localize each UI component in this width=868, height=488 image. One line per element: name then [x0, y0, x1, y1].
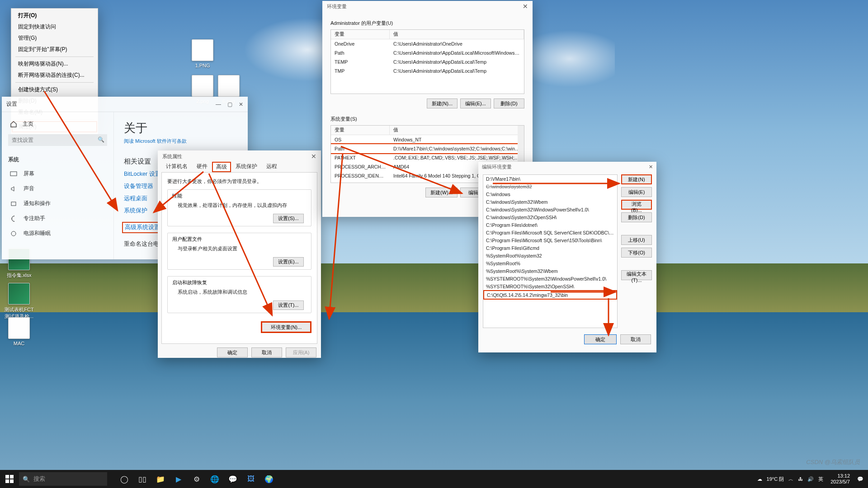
svg-point-2	[11, 231, 16, 236]
list-item[interactable]: C:\Program Files\Git\cmd	[483, 244, 617, 252]
list-item[interactable]: %SYSTEMROOT%\System32\WindowsPowerShell\…	[483, 275, 617, 282]
table-row[interactable]: TEMPC:\Users\Administrator\AppData\Local…	[331, 57, 524, 66]
close-icon[interactable]: ✕	[239, 101, 243, 108]
nav-notifications[interactable]: 通知和操作	[8, 196, 107, 211]
taskbar-search[interactable]: 🔍搜索	[19, 472, 107, 486]
list-item[interactable]: D:\VMare17\bin\	[483, 175, 617, 183]
license-link[interactable]: 阅读 Microsoft 软件许可条款	[124, 138, 187, 144]
maximize-icon[interactable]: ▢	[227, 101, 232, 108]
settings-icon[interactable]: ⚙	[188, 470, 206, 488]
file-xlsx-2[interactable]: 测试表机FCT 测试项及检...	[4, 283, 34, 320]
user-delete-button[interactable]: 删除(D)	[494, 99, 524, 108]
nav-focus[interactable]: 专注助手	[8, 211, 107, 226]
edit-button[interactable]: 编辑(E)	[621, 187, 652, 197]
photos-icon[interactable]: 🖼	[242, 470, 260, 488]
user-vars-list[interactable]: 变量值 OneDriveC:\Users\Administrator\OneDr…	[330, 29, 524, 94]
ctx-create-shortcut[interactable]: 创建快捷方式(S)	[12, 84, 97, 95]
ctx-map-drive[interactable]: 映射网络驱动器(N)...	[12, 58, 97, 70]
table-row[interactable]: OSWindows_NT	[331, 135, 524, 144]
close-icon[interactable]: ✕	[649, 164, 653, 170]
list-item[interactable]: %SYSTEMROOT%\System32\OpenSSH\	[483, 282, 617, 290]
sys-new-button[interactable]: 新建(W)...	[425, 188, 458, 197]
perf-settings-button[interactable]: 设置(S)...	[273, 214, 304, 223]
file-mac[interactable]: MAC	[4, 317, 34, 346]
edit-text-button[interactable]: 编辑文本(T)...	[621, 270, 652, 280]
env-vars-button[interactable]: 环境变量(N)...	[261, 321, 311, 333]
path-list[interactable]: D:\VMare17\bin\C:\windows\system32C:\win…	[483, 174, 618, 328]
cortana-icon[interactable]: ◯	[115, 470, 133, 488]
user-new-button[interactable]: 新建(N)...	[427, 99, 458, 108]
table-row[interactable]: TMPC:\Users\Administrator\AppData\Local\…	[331, 66, 524, 75]
ok-button[interactable]: 确定	[584, 334, 617, 344]
minimize-icon[interactable]: —	[216, 101, 221, 108]
ime-icon[interactable]: 英	[818, 476, 823, 483]
up-button[interactable]: 上移(U)	[621, 235, 652, 245]
chevron-up-icon[interactable]: ︿	[788, 476, 793, 483]
ok-button[interactable]: 确定	[217, 347, 248, 357]
chrome-icon[interactable]: 🌐	[206, 470, 224, 488]
notifications-icon[interactable]: 💬	[857, 476, 863, 482]
list-item[interactable]: %SystemRoot%\system32	[483, 252, 617, 259]
clock[interactable]: 13:12 2023/5/7	[828, 473, 853, 485]
admin-note: 要进行大多更改，你必须作为管理员登录。	[167, 178, 311, 185]
table-row[interactable]: PathD:\VMare17\bin\;C:\windows\system32;…	[330, 143, 524, 154]
delete-button[interactable]: 删除(D)	[621, 212, 652, 222]
list-item[interactable]: C:\windows\system32	[483, 183, 617, 190]
list-item[interactable]: C:\Program Files\Microsoft SQL Server\Cl…	[483, 229, 617, 236]
list-item[interactable]: C:\windows\System32\WindowsPowerShell\v1…	[483, 206, 617, 213]
taskbar: 🔍搜索 ◯ ▯▯ 📁 ▶ ⚙ 🌐 💬 🖼 🌍 ☁ 19°C 阴 ︿ 🖧 🔊 英 …	[0, 470, 868, 488]
close-icon[interactable]: ✕	[311, 153, 316, 160]
nav-sound[interactable]: 声音	[8, 181, 107, 196]
list-item[interactable]: %SystemRoot%\System32\Wbem	[483, 267, 617, 275]
table-row[interactable]: PathC:\Users\Administrator\AppData\Local…	[331, 48, 524, 57]
table-row[interactable]: OneDriveC:\Users\Administrator\OneDrive	[331, 39, 524, 48]
nav-power[interactable]: 电源和睡眠	[8, 226, 107, 241]
list-item[interactable]: C:\Program Files\Microsoft SQL Server\15…	[483, 236, 617, 244]
settings-search[interactable]: 🔍	[8, 134, 107, 146]
nav-display[interactable]: 屏幕	[8, 166, 107, 181]
profile-settings-button[interactable]: 设置(E)...	[273, 257, 304, 267]
settings-home[interactable]: 主页	[10, 120, 107, 128]
tab-protect[interactable]: 系统保护	[231, 161, 262, 172]
weather-text[interactable]: 19°C 阴	[767, 476, 784, 483]
cancel-button[interactable]: 取消	[620, 334, 651, 344]
explorer-icon[interactable]: 📁	[151, 470, 170, 488]
user-edit-button[interactable]: 编辑(E)...	[460, 99, 491, 108]
network-icon[interactable]: 🖧	[798, 476, 803, 482]
ctx-open[interactable]: 打开(O)	[12, 10, 97, 21]
ctx-pin-quick[interactable]: 固定到快速访问	[12, 21, 97, 33]
weather-icon[interactable]: ☁	[757, 476, 762, 482]
sys-vars-label: 系统变量(S)	[330, 116, 524, 122]
ctx-manage[interactable]: 管理(G)	[12, 33, 97, 44]
new-button[interactable]: 新建(N)	[621, 174, 652, 184]
taskview-icon[interactable]: ▯▯	[133, 470, 151, 488]
wechat-icon[interactable]: 💬	[224, 470, 242, 488]
tab-hardware[interactable]: 硬件	[192, 161, 212, 172]
search-input[interactable]	[8, 134, 107, 146]
home-icon	[10, 121, 17, 128]
list-item[interactable]: C:\Qt\Qt5.14.2\5.14.2\mingw73_32\bin	[483, 290, 617, 300]
cancel-button[interactable]: 取消	[251, 347, 282, 357]
close-icon[interactable]: ✕	[523, 3, 528, 10]
tab-computer[interactable]: 计算机名	[161, 161, 192, 172]
volume-icon[interactable]: 🔊	[807, 476, 814, 482]
startup-settings-button[interactable]: 设置(T)...	[273, 300, 304, 310]
ctx-disconnect-drive[interactable]: 断开网络驱动器的连接(C)...	[12, 70, 97, 81]
ctx-pin-start[interactable]: 固定到"开始"屏幕(P)	[12, 44, 97, 55]
link-advanced[interactable]: 高级系统设置	[122, 222, 163, 233]
list-item[interactable]: C:\windows	[483, 190, 617, 198]
tab-remote[interactable]: 远程	[262, 161, 282, 172]
list-item[interactable]: C:\windows\System32\Wbem	[483, 198, 617, 206]
start-button[interactable]	[0, 470, 19, 488]
apply-button[interactable]: 应用(A)	[286, 347, 316, 357]
table-row[interactable]: PATHEXT.COM;.EXE;.BAT;.CMD;.VBS;.VBE;.JS…	[331, 153, 524, 162]
list-item[interactable]: C:\Program Files\dotnet\	[483, 221, 617, 229]
store-icon[interactable]: ▶	[170, 470, 188, 488]
down-button[interactable]: 下移(O)	[621, 248, 652, 258]
file-1png[interactable]: 1.PNG	[187, 39, 218, 68]
app-icon[interactable]: 🌍	[260, 470, 278, 488]
list-item[interactable]: %SystemRoot%	[483, 259, 617, 267]
list-item[interactable]: C:\windows\System32\OpenSSH\	[483, 213, 617, 221]
tab-advanced[interactable]: 高级	[212, 162, 231, 172]
browse-button[interactable]: 浏览(B)...	[621, 200, 652, 210]
